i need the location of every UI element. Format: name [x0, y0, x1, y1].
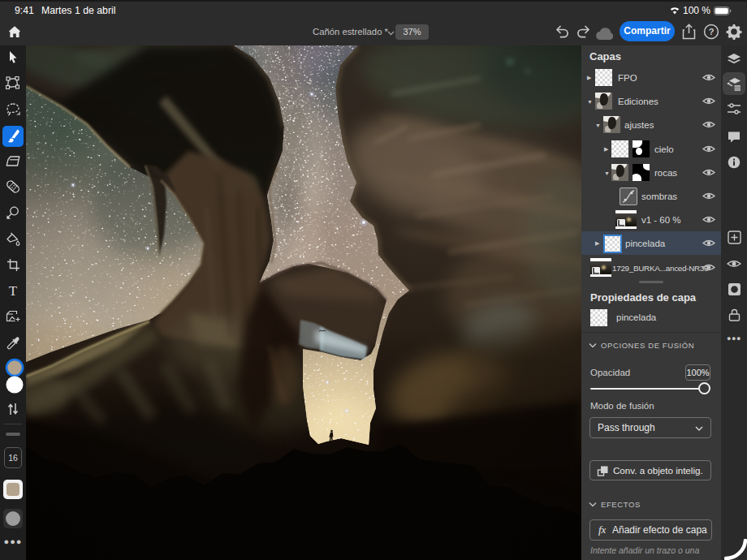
- svg-text:?: ?: [709, 27, 715, 37]
